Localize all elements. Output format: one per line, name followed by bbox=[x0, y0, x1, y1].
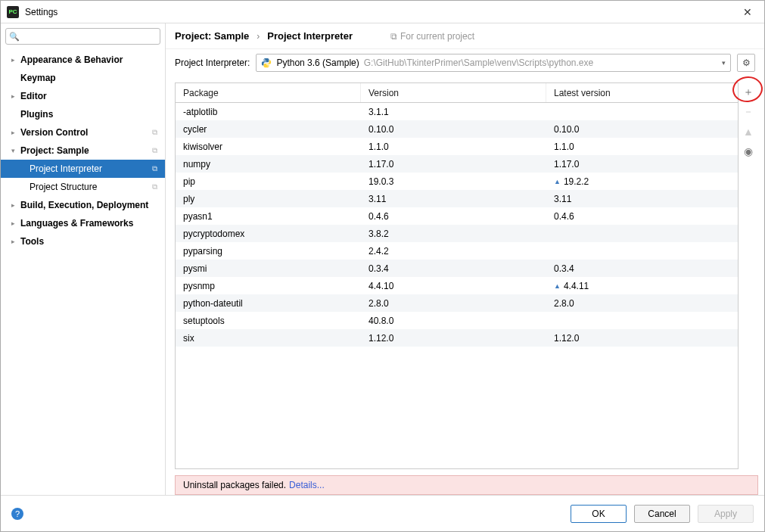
cell-latest: ▲4.4.11 bbox=[546, 281, 738, 291]
project-scope-icon: ⧉ bbox=[152, 182, 157, 191]
sidebar-item-label: Plugins bbox=[20, 109, 53, 120]
cell-package: cycler bbox=[176, 124, 361, 135]
sidebar-item-label: Keymap bbox=[20, 73, 56, 83]
table-header: Package Version Latest version bbox=[176, 83, 738, 103]
table-row[interactable]: ply3.113.11 bbox=[176, 190, 738, 207]
cell-latest-value: 1.12.0 bbox=[554, 333, 579, 344]
cell-version: 19.0.3 bbox=[361, 176, 546, 187]
table-row[interactable]: pip19.0.3▲19.2.2 bbox=[176, 173, 738, 190]
cell-version: 0.3.4 bbox=[361, 263, 546, 274]
cell-version: 40.8.0 bbox=[361, 316, 546, 326]
interpreter-value: Python 3.6 (Sample) bbox=[276, 58, 359, 68]
search-input[interactable] bbox=[23, 31, 157, 42]
ok-button[interactable]: OK bbox=[571, 505, 627, 523]
app-logo-icon: PC bbox=[7, 6, 19, 18]
copy-icon: ⧉ bbox=[390, 31, 397, 42]
titlebar: PC Settings ✕ bbox=[1, 1, 764, 23]
interpreter-path: G:\GitHub\TkinterPrimer\Sample\venv\Scri… bbox=[364, 58, 593, 68]
table-row[interactable]: python-dateutil2.8.02.8.0 bbox=[176, 294, 738, 312]
breadcrumb-scope-label: For current project bbox=[400, 31, 474, 42]
cell-version: 2.8.0 bbox=[361, 298, 546, 309]
breadcrumb-scope: ⧉ For current project bbox=[390, 31, 474, 42]
cell-latest-value: 0.4.6 bbox=[554, 211, 574, 222]
column-version[interactable]: Version bbox=[361, 83, 546, 102]
remove-package-button[interactable]: － bbox=[742, 105, 755, 119]
package-toolbar: ＋ － ▲ ◉ bbox=[739, 82, 758, 469]
cell-latest-value: 0.3.4 bbox=[554, 263, 574, 274]
upgrade-available-icon: ▲ bbox=[554, 178, 561, 185]
table-row[interactable]: cycler0.10.00.10.0 bbox=[176, 120, 738, 138]
gear-icon: ⚙ bbox=[742, 58, 751, 68]
breadcrumb-item-project[interactable]: Project: Sample bbox=[175, 30, 249, 42]
cell-package: six bbox=[176, 333, 361, 344]
apply-button[interactable]: Apply bbox=[698, 505, 754, 523]
table-row[interactable]: pyparsing2.4.2 bbox=[176, 242, 738, 260]
interpreter-select[interactable]: Python 3.6 (Sample) G:\GitHub\TkinterPri… bbox=[256, 54, 731, 72]
cancel-button[interactable]: Cancel bbox=[634, 505, 690, 523]
project-scope-icon: ⧉ bbox=[152, 128, 157, 137]
help-button[interactable]: ? bbox=[11, 508, 23, 520]
close-icon[interactable]: ✕ bbox=[737, 3, 758, 21]
table-row[interactable]: pysnmp4.4.10▲4.4.11 bbox=[176, 277, 738, 294]
upgrade-package-button[interactable]: ▲ bbox=[742, 125, 755, 138]
cell-package: numpy bbox=[176, 159, 361, 170]
sidebar-item-version-control[interactable]: ▸Version Control⧉ bbox=[1, 123, 165, 142]
add-package-button[interactable]: ＋ bbox=[742, 86, 755, 99]
cell-package: pyasn1 bbox=[176, 211, 361, 222]
sidebar-item-label: Editor bbox=[20, 91, 47, 101]
sidebar-item-editor[interactable]: ▸Editor bbox=[1, 87, 165, 105]
column-latest[interactable]: Latest version bbox=[546, 83, 738, 102]
cell-latest: 2.8.0 bbox=[546, 298, 738, 309]
sidebar-item-label: Build, Execution, Deployment bbox=[20, 200, 148, 210]
table-row[interactable]: pysmi0.3.40.3.4 bbox=[176, 260, 738, 277]
cell-version: 0.10.0 bbox=[361, 124, 546, 135]
help-icon: ? bbox=[15, 509, 20, 518]
table-row[interactable]: pycryptodomex3.8.2 bbox=[176, 225, 738, 242]
column-package[interactable]: Package bbox=[176, 83, 361, 102]
plus-icon: ＋ bbox=[743, 86, 754, 99]
chevron-right-icon: ▸ bbox=[11, 219, 20, 227]
sidebar-item-build-execution-deployment[interactable]: ▸Build, Execution, Deployment bbox=[1, 196, 165, 214]
cell-latest: 1.1.0 bbox=[546, 142, 738, 152]
cell-version: 1.1.0 bbox=[361, 142, 546, 152]
chevron-right-icon: ▸ bbox=[11, 129, 20, 136]
cell-version: 0.4.6 bbox=[361, 211, 546, 222]
sidebar-item-keymap[interactable]: Keymap bbox=[1, 69, 165, 87]
status-details-link[interactable]: Details... bbox=[289, 480, 325, 490]
table-row[interactable]: -atplotlib3.1.1 bbox=[176, 103, 738, 120]
sidebar-item-project-structure[interactable]: Project Structure⧉ bbox=[1, 178, 165, 196]
cell-package: pyparsing bbox=[176, 246, 361, 257]
cell-version: 3.1.1 bbox=[361, 107, 546, 117]
sidebar-item-plugins[interactable]: Plugins bbox=[1, 105, 165, 123]
minus-icon: － bbox=[743, 105, 754, 119]
cell-package: -atplotlib bbox=[176, 107, 361, 117]
breadcrumb-separator-icon: › bbox=[257, 31, 260, 42]
table-row[interactable]: six1.12.01.12.0 bbox=[176, 329, 738, 347]
table-row[interactable]: pyasn10.4.60.4.6 bbox=[176, 207, 738, 225]
upgrade-icon: ▲ bbox=[743, 126, 754, 138]
table-row[interactable]: setuptools40.8.0 bbox=[176, 312, 738, 329]
sidebar-item-project-interpreter[interactable]: Project Interpreter⧉ bbox=[1, 160, 165, 178]
sidebar-item-tools[interactable]: ▸Tools bbox=[1, 232, 165, 250]
sidebar-item-label: Appearance & Behavior bbox=[20, 54, 123, 65]
cell-latest: ▲19.2.2 bbox=[546, 176, 738, 187]
eye-icon: ◉ bbox=[744, 145, 753, 157]
sidebar-item-appearance-behavior[interactable]: ▸Appearance & Behavior bbox=[1, 51, 165, 69]
cell-package: pycryptodomex bbox=[176, 229, 361, 239]
show-early-releases-button[interactable]: ◉ bbox=[742, 145, 755, 158]
breadcrumb: Project: Sample › Project Interpreter ⧉ … bbox=[166, 23, 764, 49]
cell-latest: 3.11 bbox=[546, 194, 738, 204]
sidebar-item-project-sample[interactable]: ▾Project: Sample⧉ bbox=[1, 142, 165, 160]
sidebar-item-label: Tools bbox=[20, 236, 44, 247]
python-icon bbox=[261, 58, 272, 68]
interpreter-settings-button[interactable]: ⚙ bbox=[737, 54, 755, 72]
sidebar-item-languages-frameworks[interactable]: ▸Languages & Frameworks bbox=[1, 214, 165, 232]
table-row[interactable]: numpy1.17.01.17.0 bbox=[176, 155, 738, 173]
interpreter-label: Project Interpreter: bbox=[175, 58, 250, 68]
table-row[interactable]: kiwisolver1.1.01.1.0 bbox=[176, 138, 738, 155]
search-input-wrap[interactable]: 🔍 bbox=[5, 28, 160, 45]
cell-latest-value: 1.17.0 bbox=[554, 159, 579, 170]
chevron-right-icon: ▸ bbox=[11, 56, 20, 64]
cell-version: 2.4.2 bbox=[361, 246, 546, 257]
cell-package: kiwisolver bbox=[176, 142, 361, 152]
